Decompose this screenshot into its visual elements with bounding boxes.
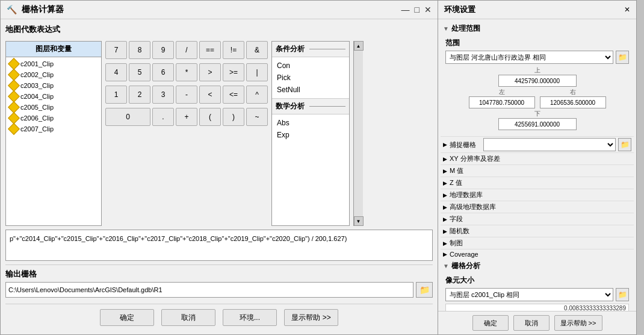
output-label: 输出栅格 [5, 269, 433, 280]
right-cancel-button[interactable]: 取消 [513, 315, 550, 331]
coverage-section[interactable]: ▶ Coverage [441, 249, 634, 259]
snap-raster-section[interactable]: ▶ 捕捉栅格 📁 [441, 136, 634, 152]
layer-icon [8, 112, 20, 124]
extent-top-input[interactable] [498, 75, 577, 87]
cell-size-folder[interactable]: 📁 [616, 288, 629, 301]
layer-icon [8, 101, 20, 113]
advanced-geodatabase-section[interactable]: ▶ 高级地理数据库 [441, 201, 634, 213]
btn-lt[interactable]: < [199, 86, 221, 104]
chevron-right-icon: ▶ [443, 240, 447, 246]
btn-and[interactable]: & [246, 41, 268, 59]
btn-0[interactable]: 0 [105, 108, 150, 126]
range-select[interactable]: 与图层 河北唐山市行政边界 相同 [445, 51, 613, 64]
confirm-button[interactable]: 确定 [100, 309, 154, 326]
layer-panel: 图层和变量 c2001_Clip c2002_Clip c2003_Clip [5, 41, 102, 226]
layer-icon [8, 80, 20, 92]
snap-raster-select[interactable] [483, 138, 616, 151]
range-folder-button[interactable]: 📁 [616, 51, 629, 64]
output-row: 📁 [5, 282, 433, 298]
btn-2[interactable]: 2 [129, 86, 150, 104]
extent-right-input[interactable] [540, 96, 606, 108]
layer-list: c2001_Clip c2002_Clip c2003_Clip c2004_C… [6, 57, 101, 225]
btn-gt[interactable]: > [199, 63, 221, 81]
condition-con[interactable]: Con [274, 60, 347, 72]
btn-minus[interactable]: - [176, 86, 197, 104]
m-value-section[interactable]: ▶ M 值 [441, 164, 634, 177]
right-content[interactable]: ▼ 处理范围 范围 与图层 河北唐山市行政边界 相同 📁 上 [438, 19, 636, 311]
cartography-section[interactable]: ▶ 制图 [441, 237, 634, 249]
left-content: 地图代数表达式 图层和变量 c2001_Clip c2002_Clip [1, 19, 438, 334]
list-item[interactable]: c2001_Clip [7, 58, 100, 69]
numpad-row-1: 7 8 9 / == != & [105, 41, 268, 59]
btn-rparen[interactable]: ) [223, 108, 244, 126]
geodatabase-section[interactable]: ▶ 地理数据库 [441, 189, 634, 201]
cancel-button[interactable]: 取消 [161, 309, 215, 326]
random-numbers-label: 随机数 [450, 227, 469, 236]
extent-left-input[interactable] [469, 96, 535, 108]
snap-raster-folder[interactable]: 📁 [618, 138, 631, 151]
xy-resolution-section[interactable]: ▶ XY 分辨率及容差 [441, 152, 634, 164]
list-item[interactable]: c2007_Clip [7, 124, 100, 134]
chevron-right-icon: ▶ [443, 216, 447, 222]
condition-setnull[interactable]: SetNull [274, 84, 347, 96]
condition-pick[interactable]: Pick [274, 72, 347, 84]
list-item[interactable]: c2006_Clip [7, 113, 100, 124]
btn-eq[interactable]: == [199, 41, 221, 59]
btn-plus[interactable]: + [176, 108, 197, 126]
output-folder-button[interactable]: 📁 [416, 282, 433, 298]
minimize-button[interactable]: — [401, 5, 410, 14]
numpad-row-4: 0 . + ( ) ~ [105, 108, 268, 126]
fields-section[interactable]: ▶ 字段 [441, 213, 634, 225]
btn-5[interactable]: 5 [129, 63, 150, 81]
right-window: 环境设置 ✕ ▼ 处理范围 范围 与图层 河北唐山市行政边界 相同 📁 [438, 0, 637, 335]
scroll-down[interactable]: ▼ [354, 216, 364, 226]
btn-7[interactable]: 7 [105, 41, 127, 59]
list-item[interactable]: c2003_Clip [7, 80, 100, 91]
btn-3[interactable]: 3 [152, 86, 174, 104]
btn-4[interactable]: 4 [105, 63, 127, 81]
chevron-right-icon: ▶ [443, 142, 447, 148]
btn-1[interactable]: 1 [105, 86, 127, 104]
btn-neq[interactable]: != [223, 41, 244, 59]
z-value-section[interactable]: ▶ Z 值 [441, 177, 634, 189]
math-abs[interactable]: Abs [274, 117, 347, 129]
output-path-input[interactable] [5, 282, 413, 298]
maximize-button[interactable]: □ [415, 5, 420, 14]
extent-bottom-input[interactable] [498, 118, 577, 130]
numpad-area: 7 8 9 / == != & 4 5 6 * > >= | [105, 41, 268, 226]
cell-size-row: 与图层 c2001_Clip 相同 📁 [445, 288, 629, 301]
scrollbar[interactable]: ▲ ▼ [353, 41, 363, 226]
environment-button[interactable]: 环境... [223, 309, 277, 326]
layer-name: c2004_Clip [20, 93, 54, 100]
btn-lparen[interactable]: ( [199, 108, 221, 126]
expression-textarea[interactable]: p"+"c2014_Clip"+"c2015_Clip"+"c2016_Clip… [5, 230, 433, 261]
btn-6[interactable]: 6 [152, 63, 174, 81]
btn-lte[interactable]: <= [223, 86, 244, 104]
list-item[interactable]: c2004_Clip [7, 91, 100, 102]
close-button[interactable]: ✕ [424, 5, 432, 14]
btn-or[interactable]: | [246, 63, 268, 81]
cell-size-select[interactable]: 与图层 c2001_Clip 相同 [445, 288, 613, 301]
btn-caret[interactable]: ^ [246, 86, 268, 104]
output-section: 输出栅格 📁 [5, 265, 433, 298]
list-item[interactable]: c2005_Clip [7, 102, 100, 113]
raster-analysis-header[interactable]: ▼ 栅格分析 [441, 259, 634, 273]
right-help-button[interactable]: 显示帮助 >> [554, 315, 602, 331]
btn-divide[interactable]: / [176, 41, 197, 59]
btn-8[interactable]: 8 [129, 41, 150, 59]
btn-tilde[interactable]: ~ [246, 108, 268, 126]
right-confirm-button[interactable]: 确定 [472, 315, 509, 331]
env-section-header-processing-extent[interactable]: ▼ 处理范围 [441, 22, 634, 36]
btn-multiply[interactable]: * [176, 63, 197, 81]
fields-label: 字段 [450, 214, 463, 224]
right-close-button[interactable]: ✕ [624, 5, 630, 14]
help-button[interactable]: 显示帮助 >> [284, 309, 338, 326]
btn-gte[interactable]: >= [223, 63, 244, 81]
math-exp[interactable]: Exp [274, 129, 347, 141]
random-numbers-section[interactable]: ▶ 随机数 [441, 225, 634, 237]
btn-9[interactable]: 9 [152, 41, 174, 59]
btn-dot[interactable]: . [152, 108, 174, 126]
list-item[interactable]: c2002_Clip [7, 69, 100, 80]
scroll-up[interactable]: ▲ [354, 41, 364, 51]
condition-header: 条件分析 [272, 42, 349, 57]
